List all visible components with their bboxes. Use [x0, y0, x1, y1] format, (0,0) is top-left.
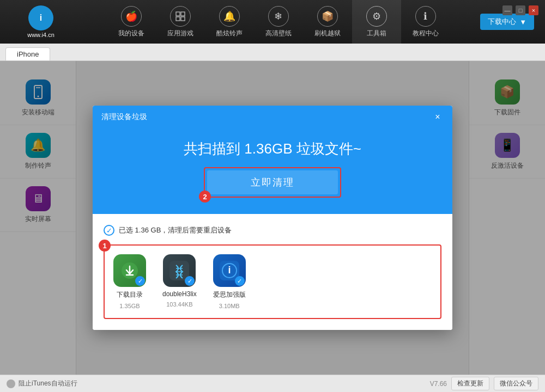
modal-overlay: 清理设备垃圾 × 共扫描到 1.36GB 垃圾文件~ 立即清理 2 ✓ 已选 1…: [0, 61, 545, 375]
nav-icon-app-games: [170, 6, 191, 27]
nav-icon-my-device: 🍎: [121, 6, 142, 27]
status-bar: 阻止iTunes自动运行 V7.66 检查更新 微信公众号: [0, 375, 545, 392]
logo-text: www.i4.cn: [27, 32, 55, 38]
junk-item-i4-icon-wrap: i ✓: [213, 254, 246, 287]
clean-now-button[interactable]: 立即清理: [207, 170, 338, 194]
junk-item-downloads-icon-wrap: ✓: [113, 254, 146, 287]
nav-icon-ringtones: 🔔: [219, 6, 240, 27]
window-controls: — □ ×: [502, 5, 538, 15]
header-right: 下载中心 ▼: [480, 14, 540, 30]
svg-rect-3: [181, 12, 185, 16]
app-header: i www.i4.cn 🍎 我的设备 应用游戏 🔔 酷炫铃声 ❄ 高清壁纸 📦 …: [0, 0, 545, 44]
nav-item-jailbreak[interactable]: 📦 刷机越狱: [303, 0, 352, 44]
modal-content-section: ✓ 已选 1.36 GB，清理后需要重启设备 1 ✓ 下载目录: [93, 214, 452, 330]
svg-rect-2: [176, 12, 180, 16]
item-name-i4-enhanced: 爱思加强版: [213, 290, 246, 299]
nav-item-toolbox[interactable]: ⚙ 工具箱: [352, 0, 401, 44]
minimize-button[interactable]: —: [502, 5, 512, 15]
clean-junk-modal: 清理设备垃圾 × 共扫描到 1.36GB 垃圾文件~ 立即清理 2 ✓ 已选 1…: [93, 106, 452, 330]
status-indicator: [7, 379, 15, 388]
svg-text:i: i: [228, 265, 231, 275]
logo-icon: i: [28, 5, 53, 30]
item-size-downloads: 1.35GB: [119, 303, 140, 309]
junk-item-doubleh3lix-icon-wrap: ✓: [163, 254, 196, 287]
wechat-official-button[interactable]: 微信公众号: [494, 377, 538, 390]
nav-item-my-device[interactable]: 🍎 我的设备: [107, 0, 156, 44]
status-left: 阻止iTunes自动运行: [7, 379, 426, 388]
nav-icon-toolbox: ⚙: [366, 6, 387, 27]
svg-rect-4: [176, 17, 180, 21]
nav-bar: 🍎 我的设备 应用游戏 🔔 酷炫铃声 ❄ 高清壁纸 📦 刷机越狱 ⚙ 工具箱 ℹ…: [76, 0, 480, 44]
close-button[interactable]: ×: [529, 5, 538, 15]
logo-area: i www.i4.cn: [5, 5, 76, 38]
modal-title: 清理设备垃圾: [101, 112, 147, 122]
modal-blue-section: 共扫描到 1.36GB 垃圾文件~ 立即清理 2: [93, 128, 452, 214]
modal-header: 清理设备垃圾 ×: [93, 106, 452, 128]
item-name-doubleh3lix: doubleH3lix: [162, 290, 197, 298]
item-size-i4-enhanced: 3.10MB: [219, 303, 240, 309]
item-name-downloads: 下载目录: [117, 290, 143, 299]
nav-icon-tutorials: ℹ: [415, 6, 436, 27]
badge-2: 2: [199, 191, 211, 203]
item-check-3: ✓: [235, 276, 245, 286]
junk-item-downloads[interactable]: ✓ 下载目录 1.35GB: [113, 254, 146, 309]
junk-item-doubleh3lix[interactable]: ✓ doubleH3lix 103.44KB: [162, 254, 197, 309]
tab-iphone[interactable]: iPhone: [5, 47, 50, 60]
scan-result-text: 共扫描到 1.36GB 垃圾文件~: [184, 139, 361, 158]
modal-close-button[interactable]: ×: [432, 111, 444, 123]
nav-item-tutorials[interactable]: ℹ 教程中心: [401, 0, 450, 44]
check-update-button[interactable]: 检查更新: [451, 377, 489, 390]
main-area: 安装移动端 🔔 制作铃声 🖥 实时屏幕 📦 下载固件 📱 反激活设备 清理设备垃…: [0, 61, 545, 375]
download-center-button[interactable]: 下载中心 ▼: [480, 14, 534, 30]
svg-text:i: i: [40, 13, 42, 22]
item-check-1: ✓: [135, 276, 145, 286]
itunes-status-text: 阻止iTunes自动运行: [19, 379, 77, 388]
nav-item-app-games[interactable]: 应用游戏: [156, 0, 205, 44]
status-right: V7.66 检查更新 微信公众号: [430, 377, 538, 390]
nav-item-wallpapers[interactable]: ❄ 高清壁纸: [254, 0, 303, 44]
item-size-doubleh3lix: 103.44KB: [166, 301, 192, 308]
maximize-button[interactable]: □: [516, 5, 525, 15]
selected-info: ✓ 已选 1.36 GB，清理后需要重启设备: [104, 225, 441, 236]
junk-item-i4-enhanced[interactable]: i ✓ 爱思加强版 3.10MB: [213, 254, 246, 309]
nav-icon-wallpapers: ❄: [268, 6, 289, 27]
nav-icon-jailbreak: 📦: [317, 6, 338, 27]
tabs-bar: iPhone: [0, 44, 545, 61]
badge-1: 1: [99, 240, 111, 252]
version-label: V7.66: [430, 380, 447, 388]
check-circle-icon: ✓: [104, 225, 114, 236]
nav-item-ringtones[interactable]: 🔔 酷炫铃声: [205, 0, 254, 44]
junk-items-section: 1 ✓ 下载目录 1.35GB: [104, 244, 441, 319]
clean-button-wrapper: 立即清理 2: [204, 167, 341, 198]
svg-rect-5: [181, 17, 185, 21]
